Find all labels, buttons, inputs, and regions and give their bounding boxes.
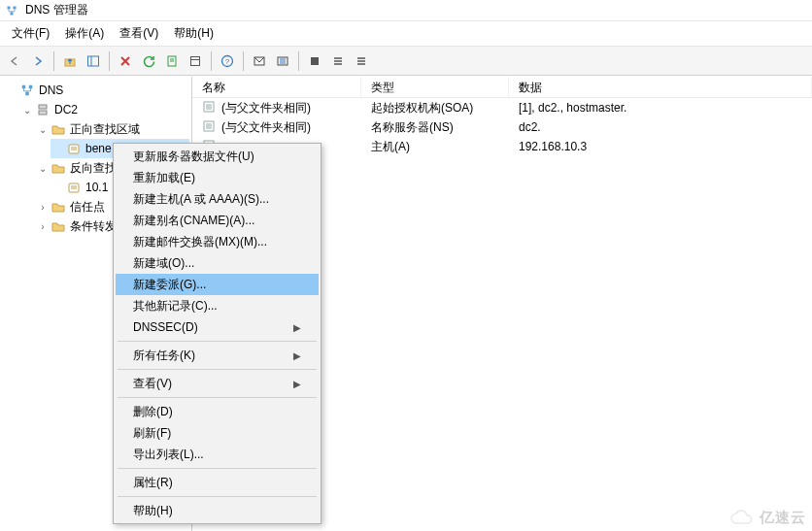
ctx-separator [118, 496, 317, 497]
refresh-button[interactable] [138, 50, 159, 72]
ctx-delete[interactable]: 删除(D) [116, 401, 319, 422]
folder-icon [51, 218, 66, 234]
tool-button-b[interactable] [272, 50, 293, 72]
dns-app-icon [6, 3, 21, 18]
ctx-export-list[interactable]: 导出列表(L)... [116, 444, 319, 465]
cell-name: (与父文件夹相同) [221, 100, 311, 116]
ctx-other-new-records[interactable]: 其他新记录(C)... [116, 295, 319, 316]
tree-label: DNS [39, 83, 63, 97]
cell-type: 名称服务器(NS) [361, 119, 509, 136]
column-header-data[interactable]: 数据 [509, 77, 812, 97]
tool-button-a[interactable] [249, 50, 270, 72]
dns-root-icon [19, 83, 35, 98]
expander-icon[interactable]: ⌄ [37, 162, 49, 174]
toolbar-separator [298, 51, 299, 71]
ctx-dnssec[interactable]: DNSSEC(D)▶ [116, 316, 319, 338]
window-title: DNS 管理器 [25, 2, 88, 18]
folder-icon [51, 121, 66, 137]
properties-button[interactable] [185, 50, 206, 72]
column-header-type[interactable]: 类型 [361, 77, 509, 97]
ctx-view[interactable]: 查看(V)▶ [116, 373, 319, 394]
toolbar-separator [53, 51, 54, 71]
menu-file[interactable]: 文件(F) [4, 23, 57, 44]
cell-data: [1], dc2., hostmaster. [509, 101, 812, 115]
list-button-a[interactable] [327, 50, 349, 72]
cell-type: 起始授权机构(SOA) [361, 100, 509, 116]
svg-rect-29 [39, 111, 47, 115]
menu-view[interactable]: 查看(V) [112, 23, 166, 44]
ctx-new-delegation[interactable]: 新建委派(G)... [116, 274, 319, 295]
help-button[interactable]: ? [217, 50, 238, 72]
ctx-separator [118, 341, 317, 342]
svg-rect-9 [191, 56, 200, 65]
ctx-new-domain[interactable]: 新建域(O)... [116, 252, 319, 274]
tree-label: 反向查找 [70, 160, 117, 177]
ctx-properties[interactable]: 属性(R) [116, 472, 319, 493]
record-icon [202, 119, 218, 135]
list-button-b[interactable] [351, 50, 372, 72]
ctx-new-host[interactable]: 新建主机(A 或 AAAA)(S)... [116, 188, 319, 210]
ctx-new-cname[interactable]: 新建别名(CNAME)(A)... [116, 210, 319, 231]
expander-icon[interactable]: ⌄ [37, 123, 49, 135]
ctx-reload[interactable]: 重新加载(E) [116, 167, 319, 188]
tree-label: 10.1 [85, 181, 108, 194]
tree-node-forward-zones[interactable]: ⌄ 正向查找区域 [35, 119, 189, 139]
watermark: 亿速云 [728, 509, 806, 527]
cell-name: (与父文件夹相同) [221, 119, 311, 136]
ctx-help[interactable]: 帮助(H) [116, 500, 319, 521]
submenu-arrow-icon: ▶ [293, 322, 301, 333]
stop-button[interactable] [304, 50, 325, 72]
tree-label: 信任点 [70, 199, 105, 216]
tree-label: bene [85, 142, 112, 155]
forward-button[interactable] [27, 50, 49, 72]
delete-button[interactable] [115, 50, 136, 72]
ctx-refresh[interactable]: 刷新(F) [116, 422, 319, 444]
record-icon [202, 100, 218, 116]
tree-node-dns-root[interactable]: DNS [4, 81, 189, 100]
svg-rect-4 [88, 56, 99, 66]
svg-rect-18 [311, 57, 319, 65]
column-header-name[interactable]: 名称 [192, 77, 361, 97]
svg-rect-1 [14, 6, 17, 9]
up-folder-button[interactable] [59, 50, 81, 72]
menu-help[interactable]: 帮助(H) [166, 23, 221, 44]
server-icon [35, 102, 51, 117]
ctx-separator [118, 397, 317, 398]
back-button[interactable] [4, 50, 25, 72]
menu-action[interactable]: 操作(A) [57, 23, 112, 44]
expander-icon[interactable]: › [37, 201, 49, 213]
table-row[interactable]: (与父文件夹相同) 起始授权机构(SOA) [1], dc2., hostmas… [192, 98, 812, 117]
cell-data: dc2. [509, 120, 812, 134]
toolbar-separator [243, 51, 244, 71]
list-header[interactable]: 名称 类型 数据 [192, 77, 812, 98]
submenu-arrow-icon: ▶ [293, 379, 301, 389]
tree-label: 条件转发 [70, 218, 117, 235]
table-row[interactable]: (与父文件夹相同) 名称服务器(NS) dc2. [192, 117, 812, 137]
ctx-new-mx[interactable]: 新建邮件交换器(MX)(M)... [116, 231, 319, 252]
svg-rect-25 [22, 85, 26, 89]
cell-data: 192.168.10.3 [509, 140, 812, 153]
watermark-text: 亿速云 [760, 509, 806, 527]
toolbar-separator [211, 51, 212, 71]
toolbar-separator [109, 51, 110, 71]
zone-icon [66, 180, 82, 195]
folder-icon [51, 160, 66, 176]
folder-icon [51, 199, 66, 215]
expander-icon[interactable]: ⌄ [21, 104, 33, 116]
ctx-update-server-data[interactable]: 更新服务器数据文件(U) [116, 146, 319, 167]
ctx-separator [118, 369, 317, 370]
zone-icon [66, 141, 82, 156]
svg-rect-28 [39, 105, 47, 109]
export-button[interactable] [161, 50, 183, 72]
expander-icon[interactable]: › [37, 220, 49, 232]
context-menu: 更新服务器数据文件(U) 重新加载(E) 新建主机(A 或 AAAA)(S)..… [113, 143, 321, 524]
tree-label: DC2 [54, 103, 78, 116]
cloud-icon [728, 510, 756, 527]
tree-node-server[interactable]: ⌄ DC2 [19, 100, 189, 119]
title-bar: DNS 管理器 [0, 0, 812, 21]
ctx-all-tasks[interactable]: 所有任务(K)▶ [116, 345, 319, 366]
tree-label: 正向查找区域 [70, 121, 140, 138]
menu-bar: 文件(F) 操作(A) 查看(V) 帮助(H) [0, 21, 812, 47]
submenu-arrow-icon: ▶ [293, 350, 301, 361]
show-hide-tree-button[interactable] [83, 50, 104, 72]
